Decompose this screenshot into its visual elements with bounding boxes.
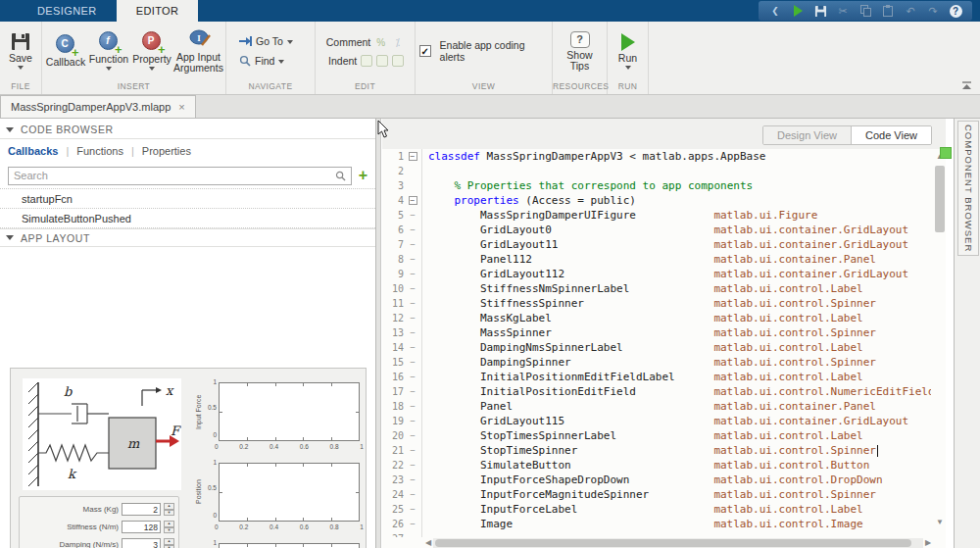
- document-tab[interactable]: MassSpringDamperAppV3.mlapp ×: [0, 95, 196, 118]
- close-tab-icon[interactable]: ×: [178, 101, 184, 113]
- code-line[interactable]: 7−GridLayout11matlab.ui.container.GridLa…: [382, 237, 931, 252]
- fold-marker[interactable]: −: [404, 311, 421, 325]
- save-dropdown-arrow[interactable]: [18, 66, 24, 70]
- panel-splitter[interactable]: [376, 119, 381, 548]
- find-dropdown-arrow[interactable]: [278, 60, 284, 64]
- app-layout-preview[interactable]: b k m x F Mass (Kg)2▲▼Stiffness (N/m)128…: [10, 368, 367, 548]
- code-line[interactable]: 10−StiffnessNmSpinnerLabelmatlab.ui.cont…: [382, 281, 931, 296]
- design-view-button[interactable]: Design View: [763, 126, 851, 144]
- scroll-down-icon[interactable]: ▼: [934, 517, 946, 528]
- run-dropdown-arrow[interactable]: [625, 66, 631, 70]
- fold-marker[interactable]: −: [404, 517, 421, 531]
- code-line[interactable]: 4−properties (Access = public): [382, 193, 931, 208]
- horizontal-scrollbar-thumb[interactable]: [435, 539, 911, 547]
- help-icon[interactable]: ?: [949, 4, 962, 18]
- field-input[interactable]: 128: [122, 521, 161, 533]
- list-item[interactable]: startupFcn: [0, 189, 375, 209]
- code-line[interactable]: 16−InitialPositionmEditFieldLabelmatlab.…: [382, 370, 931, 384]
- go-to-button[interactable]: Go To: [236, 34, 296, 48]
- fold-marker[interactable]: −: [404, 384, 421, 399]
- fold-marker[interactable]: −: [404, 237, 421, 252]
- fold-marker[interactable]: −: [404, 296, 421, 311]
- code-line[interactable]: 8−Panel112matlab.ui.container.Panel: [382, 252, 931, 267]
- spinner-buttons[interactable]: ▲▼: [164, 521, 174, 533]
- undo-icon[interactable]: ↶: [904, 4, 917, 18]
- fold-marker[interactable]: −: [404, 252, 421, 267]
- fold-marker[interactable]: −: [404, 340, 421, 355]
- code-line[interactable]: 1−classdef MassSpringDamperAppV3 < matla…: [382, 149, 931, 164]
- code-line[interactable]: 3% Properties that correspond to app com…: [382, 178, 931, 193]
- code-analyzer-indicator[interactable]: [940, 147, 952, 159]
- fold-marker[interactable]: [404, 164, 421, 178]
- indent-right-icon[interactable]: [376, 55, 388, 67]
- copy-icon[interactable]: [858, 4, 872, 18]
- code-line[interactable]: 14−DampingNmsSpinnerLabelmatlab.ui.contr…: [382, 340, 931, 355]
- add-callback-button[interactable]: +: [359, 169, 368, 182]
- property-dropdown-arrow[interactable]: [149, 67, 155, 71]
- code-line[interactable]: 22−SimulateButtonmatlab.ui.control.Butto…: [382, 458, 931, 473]
- code-line[interactable]: 17−InitialPositionEditFieldmatlab.ui.con…: [382, 384, 931, 399]
- code-browser-header[interactable]: CODE BROWSER: [0, 121, 375, 139]
- code-line[interactable]: 20−StopTimesSpinnerLabelmatlab.ui.contro…: [382, 428, 931, 443]
- fold-marker[interactable]: −: [404, 208, 421, 223]
- cut-icon[interactable]: ✂: [836, 4, 850, 18]
- callback-button[interactable]: C+ Callback: [46, 32, 85, 70]
- code-line[interactable]: 9−GridLayout112matlab.ui.container.GridL…: [382, 267, 931, 281]
- fold-marker[interactable]: −: [404, 193, 421, 208]
- save-icon[interactable]: [813, 4, 827, 18]
- code-line[interactable]: 12−MassKgLabelmatlab.ui.control.Label: [382, 311, 931, 325]
- code-line[interactable]: 24−InputForceMagnitudeSpinnermatlab.ui.c…: [382, 487, 931, 502]
- field-input[interactable]: 2: [122, 503, 161, 516]
- redo-icon[interactable]: ↷: [926, 4, 940, 18]
- code-view-button[interactable]: Code View: [851, 126, 931, 144]
- enable-alerts-checkbox[interactable]: ✓: [419, 45, 431, 57]
- spinner-buttons[interactable]: ▲▼: [164, 503, 174, 516]
- spinner-down-icon[interactable]: ▼: [164, 545, 174, 548]
- fold-marker[interactable]: −: [404, 149, 421, 164]
- fold-marker[interactable]: −: [404, 502, 421, 517]
- code-line[interactable]: 18−Panelmatlab.ui.container.Panel: [382, 399, 931, 414]
- fold-marker[interactable]: −: [404, 370, 421, 384]
- code-line[interactable]: 26−Imagematlab.ui.control.Image: [382, 517, 931, 531]
- comment-icon[interactable]: %: [374, 36, 387, 49]
- fold-marker[interactable]: −: [404, 325, 421, 340]
- code-line[interactable]: 5−MassSpringDamperUIFigurematlab.ui.Figu…: [382, 208, 931, 223]
- app-input-arguments-button[interactable]: I App Input Arguments: [175, 27, 221, 75]
- code-line[interactable]: 11−StiffnessSpinnermatlab.ui.control.Spi…: [382, 296, 931, 311]
- indent-left-icon[interactable]: [392, 55, 404, 67]
- code-line[interactable]: 19−GridLayout115matlab.ui.container.Grid…: [382, 414, 931, 428]
- list-item[interactable]: SimulateButtonPushed: [0, 209, 375, 228]
- fold-marker[interactable]: −: [404, 443, 421, 458]
- fold-marker[interactable]: −: [404, 281, 421, 296]
- tab-editor[interactable]: EDITOR: [117, 0, 199, 22]
- collapse-ribbon-icon[interactable]: [961, 81, 972, 90]
- tab-callbacks[interactable]: Callbacks: [8, 145, 58, 157]
- scroll-right-icon[interactable]: ▶: [923, 538, 933, 547]
- horizontal-scrollbar[interactable]: ◀ ▶: [423, 537, 933, 548]
- code-line[interactable]: 2: [382, 164, 931, 178]
- fold-marker[interactable]: [404, 178, 421, 193]
- go-to-dropdown-arrow[interactable]: [287, 40, 293, 44]
- fold-marker[interactable]: −: [404, 487, 421, 502]
- collapse-left-icon[interactable]: ❮: [768, 4, 782, 18]
- fold-marker[interactable]: −: [404, 531, 421, 537]
- code-line[interactable]: 21−StopTimeSpinnermatlab.ui.control.Spin…: [382, 443, 931, 458]
- property-button[interactable]: P+ Property: [132, 29, 172, 73]
- code-line[interactable]: 13−MassSpinnermatlab.ui.control.Spinner: [382, 325, 931, 340]
- paste-icon[interactable]: [881, 4, 895, 18]
- fold-marker[interactable]: −: [404, 428, 421, 443]
- field-input[interactable]: 3: [122, 538, 161, 548]
- vertical-scrollbar-thumb[interactable]: [935, 166, 945, 232]
- scroll-left-icon[interactable]: ◀: [423, 538, 433, 547]
- tab-properties[interactable]: Properties: [142, 145, 191, 157]
- smart-indent-icon[interactable]: [361, 55, 372, 67]
- spinner-down-icon[interactable]: ▼: [164, 510, 174, 517]
- spinner-down-icon[interactable]: ▼: [164, 527, 174, 534]
- fold-marker[interactable]: −: [404, 267, 421, 281]
- code-area[interactable]: 1−classdef MassSpringDamperAppV3 < matla…: [382, 149, 931, 537]
- run-icon[interactable]: [791, 4, 805, 18]
- app-layout-header[interactable]: APP LAYOUT: [0, 228, 375, 247]
- fold-marker[interactable]: −: [404, 414, 421, 428]
- component-browser-tab[interactable]: COMPONENT BROWSER: [957, 121, 979, 256]
- run-button[interactable]: Run: [609, 31, 648, 72]
